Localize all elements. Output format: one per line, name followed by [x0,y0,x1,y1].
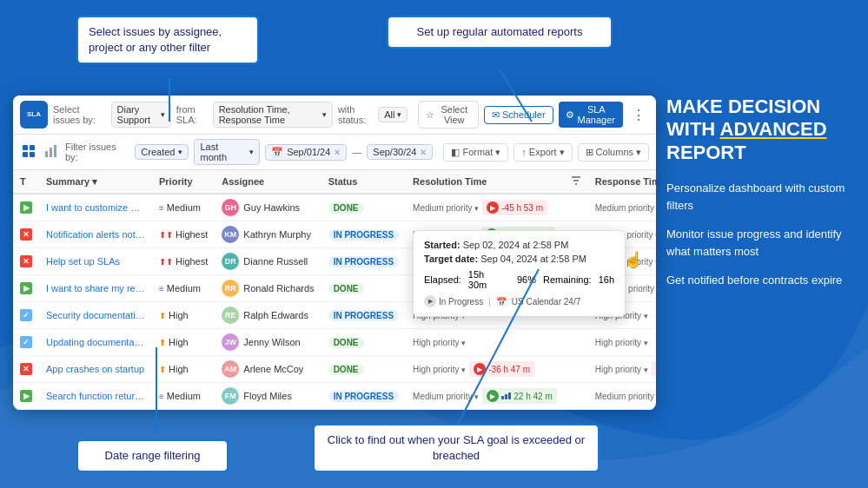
export-icon: ↑ [521,147,527,157]
status-select[interactable]: All [378,107,407,122]
project-select[interactable]: Diary Support [111,102,171,128]
filter-period-select[interactable]: Last month [194,139,260,165]
cell-summary[interactable]: App crashes on startup [39,356,152,383]
cell-response-time: High priority ▾ ▶ -36 h 47 m [588,356,656,383]
cell-status: DONE [321,329,406,356]
tooltip-play-button[interactable]: ▶ In Progress [424,295,483,307]
cell-assignee: KM Kathryn Murphy [215,221,321,248]
cell-resolution-time: High priority ▾ [406,329,564,356]
assignee-name: Ronald Richards [243,283,314,293]
res-priority-label: Medium priority ▾ [413,203,479,213]
play-icon: ▶ [424,295,436,307]
date-separator: — [352,147,361,157]
assignee-name: Guy Hawkins [243,202,300,213]
col-resolution-filter[interactable] [564,170,588,194]
cell-status: DONE [321,194,406,221]
priority-label: Medium [167,283,201,293]
avatar: FM [222,387,239,405]
cell-status: DONE [321,356,406,383]
time-pill[interactable]: ▶ -36 h 47 m [469,361,534,377]
more-options-button[interactable]: ⋮ [628,107,649,123]
filter-date-from[interactable]: 📅 Sep/01/24 ✕ [265,144,347,161]
clear-date-to[interactable]: ✕ [420,148,427,157]
col-summary[interactable]: Summary ▾ [39,170,152,194]
cell-res-filter [564,194,588,221]
cell-resolution-time: Medium priority ▾ ▶ 22 h 42 m [406,383,564,410]
callout-reports-text: Set up regular automated reports [417,25,583,38]
res-priority-label: High priority ▾ [413,338,466,347]
grid-icon[interactable] [20,142,37,162]
col-status[interactable]: Status [321,170,406,194]
cell-summary[interactable]: Notification alerts not wor... [39,221,152,248]
format-button[interactable]: ◧ Format ▾ [443,143,508,162]
cell-assignee: JW Jenny Wilson [215,329,321,356]
columns-button[interactable]: ⊞ Columns ▾ [578,143,649,162]
svg-rect-9 [50,148,52,157]
export-button[interactable]: ↑ Export ▾ [514,143,572,162]
cell-assignee: FM Floyd Miles [215,383,321,410]
priority-icon: ⬆⬆ [159,230,173,240]
chart-icon[interactable] [43,142,60,162]
cell-summary[interactable]: I want to customize my re... [39,194,152,221]
calendar-icon-tooltip: 📅 [496,297,507,307]
calendar-icon: 📅 [271,147,283,158]
right-panel-points: Personalize dashboard with custom filter… [666,180,859,289]
svg-rect-6 [23,152,28,157]
status-label: with status: [338,104,373,125]
cell-type: ▶ [13,194,39,221]
scheduler-button[interactable]: ✉ Scheduler [484,106,553,124]
cell-priority: ⬆High [152,329,215,356]
cell-summary[interactable]: Search function returns in... [39,383,152,410]
gear-icon: ⚙ [566,109,574,121]
svg-rect-10 [54,145,56,157]
time-pill[interactable]: ▶ -36 h 47 m [652,361,656,377]
time-pill[interactable]: ▶ -45 h 53 m [482,200,547,215]
cell-assignee: AM Arlene McCoy [215,356,321,383]
filter-date-to[interactable]: Sep/30/24 ✕ [367,144,433,160]
col-resolution-time[interactable]: Resolution Time [406,170,564,194]
priority-icon: ⬆ [159,311,166,320]
callout-assignee-text: Select issues by assignee, project or an… [89,25,222,54]
res-priority-label: Medium priority ▾ [413,392,479,401]
cell-summary[interactable]: Help set up SLAs [39,248,152,275]
cell-response-time: Medium priority ▾ ▶ -65 h 59 m [588,194,656,221]
toolbar-row2: Filter issues by: Created Last month 📅 S… [13,135,656,170]
select-view-button[interactable]: ☆ Select View [418,101,479,129]
resp-priority-label: Medium priority ▾ [595,392,656,401]
cell-summary[interactable]: Security documentation [39,302,152,329]
assignee-name: Kathryn Murphy [243,229,311,240]
clear-date-from[interactable]: ✕ [334,148,341,157]
tooltip-elapsed-value: 15h 30m [468,269,503,290]
table-row: ▶I want to customize my re...≡Medium GH … [13,194,656,221]
sla-manager-button[interactable]: ⚙ SLA Manager [559,102,623,128]
cell-summary[interactable]: I want to share my report [39,275,152,302]
col-response-time[interactable]: Response Time [588,170,656,194]
callout-assignee: Select issues by assignee, project or an… [76,16,259,64]
cell-res-filter [564,383,588,410]
right-point-item: Monitor issue progress and identify what… [666,226,859,260]
cell-summary[interactable]: Updating documentation [39,329,152,356]
avatar: RR [222,280,239,297]
priority-icon: ⬆ [159,338,166,347]
cell-type: ✕ [13,356,39,383]
cell-priority: ⬆⬆Highest [152,221,215,248]
cell-type: ▶ [13,383,39,410]
priority-label: High [169,364,189,374]
tooltip-remaining-value: 16h [599,274,614,285]
cell-response-time: Medium priority ▾ ▶ 22 h 42 m [588,383,656,410]
tooltip-percent: 96% [517,274,536,285]
cell-type: ✕ [13,221,39,248]
col-priority[interactable]: Priority [152,170,215,194]
filter-by-label: Filter issues by: [65,142,129,162]
right-point-item: Personalize dashboard with custom filter… [666,180,859,214]
table-row: ✕App crashes on startup⬆High AM Arlene M… [13,356,656,383]
col-assignee[interactable]: Assignee [215,170,321,194]
chevron-down-icon: ▾ [495,147,500,158]
cell-assignee: RE Ralph Edwards [215,302,321,329]
filter-created-select[interactable]: Created [135,144,189,160]
time-pill[interactable]: ▶ 22 h 42 m [482,388,556,404]
status-badge: DONE [328,202,364,214]
sla-select[interactable]: Resolution Time, Response Time [213,102,333,128]
priority-label: Highest [176,229,208,240]
sla-tooltip: Started: Sep 02, 2024 at 2:58 PM Target … [413,230,626,317]
